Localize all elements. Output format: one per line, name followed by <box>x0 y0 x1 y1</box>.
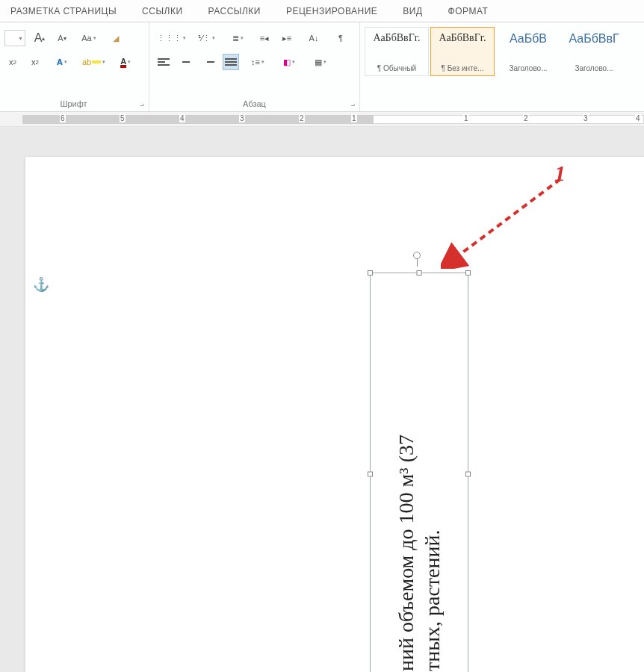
ruler-tick: 5 <box>120 114 126 122</box>
multilevel-icon: ≣ <box>232 34 239 43</box>
style-preview: АаБбВвГ <box>569 32 619 46</box>
numbering-button[interactable]: ⅟⋮▾ <box>193 30 219 46</box>
tab-mailings[interactable]: РАССЫЛКИ <box>205 1 264 21</box>
anchor-icon: ⚓ <box>33 276 49 293</box>
decrease-font-button[interactable]: A▾ <box>54 30 70 46</box>
change-case-button[interactable]: Aa▾ <box>76 30 102 46</box>
ruler-tick: 2 <box>523 114 529 122</box>
font-size-box[interactable]: ▼ <box>4 30 25 46</box>
annotation-number: 1 <box>554 161 566 186</box>
indent-icon: ▸≡ <box>282 34 291 43</box>
align-justify-button[interactable] <box>223 54 239 70</box>
document-area: ⚓ ний объемом до 100 м³ (37 тных, растен… <box>0 127 644 672</box>
sort-button[interactable]: A↓ <box>301 30 326 46</box>
textbox-line: тных, растений. <box>419 529 445 671</box>
bullets-icon: ⋮⋮⋮ <box>157 34 182 43</box>
textbox[interactable]: ний объемом до 100 м³ (37 тных, растений… <box>370 273 468 672</box>
tab-review[interactable]: РЕЦЕНЗИРОВАНИЕ <box>283 1 380 21</box>
horizontal-ruler[interactable]: 6 5 4 3 2 1 1 2 3 4 <box>0 112 644 127</box>
multilevel-button[interactable]: ≣▾ <box>225 30 250 46</box>
textbox-line: ний объемом до 100 м³ (37 <box>393 435 419 671</box>
bullets-button[interactable]: ⋮⋮⋮▾ <box>155 30 188 46</box>
style-preview: АаБбВ <box>510 32 547 46</box>
ruler-tick: 3 <box>239 114 245 122</box>
clear-formatting-button[interactable]: ◢ <box>108 30 124 46</box>
line-spacing-button[interactable]: ↕≡▾ <box>245 54 270 70</box>
group-label-font[interactable]: Шрифт <box>4 99 143 110</box>
shading-button[interactable]: ◧▾ <box>276 54 302 70</box>
style-name: ¶ Без инте... <box>433 64 492 72</box>
ribbon: ▼ A▴ A▾ Aa▾ ◢ x2 x2 A▾ ab▾ A▾ Шрифт ⋮⋮⋮▾… <box>0 22 644 112</box>
sort-icon: A↓ <box>309 34 319 43</box>
increase-font-button[interactable]: A▴ <box>31 30 48 46</box>
style-preview: АаБбВвГг. <box>439 32 486 44</box>
group-styles: АаБбВвГг. ¶ Обычный АаБбВвГг. ¶ Без инте… <box>360 22 644 111</box>
textbox-wrap: ний объемом до 100 м³ (37 тных, растений… <box>370 273 468 672</box>
outdent-icon: ≡◂ <box>260 34 269 43</box>
style-no-spacing[interactable]: АаБбВвГг. ¶ Без инте... <box>430 27 495 76</box>
ribbon-tabs: РАЗМЕТКА СТРАНИЦЫ ССЫЛКИ РАССЫЛКИ РЕЦЕНЗ… <box>0 0 644 22</box>
borders-icon: ▦ <box>315 57 322 67</box>
decrease-indent-button[interactable]: ≡◂ <box>256 30 273 46</box>
style-normal[interactable]: АаБбВвГг. ¶ Обычный <box>365 27 429 76</box>
ruler-tick: 4 <box>179 114 185 122</box>
ruler-tick: 1 <box>351 114 357 122</box>
style-heading1[interactable]: АаБбВ Заголово... <box>496 27 560 76</box>
style-preview: АаБбВвГг. <box>373 32 420 44</box>
group-paragraph: ⋮⋮⋮▾ ⅟⋮▾ ≣▾ ≡◂ ▸≡ A↓ ¶ ↕≡▾ ◧▾ ▦▾ Абзац <box>149 22 360 111</box>
eraser-icon: ◢ <box>113 34 119 43</box>
shading-icon: ◧ <box>283 57 291 67</box>
align-right-icon <box>202 58 214 66</box>
style-name: ¶ Обычный <box>367 64 427 72</box>
borders-button[interactable]: ▦▾ <box>308 54 333 70</box>
font-color-button[interactable]: A▾ <box>113 54 138 70</box>
ruler-tick: 3 <box>583 114 589 122</box>
superscript-button[interactable]: x2 <box>27 54 43 70</box>
highlight-button[interactable]: ab▾ <box>81 54 107 70</box>
text-effects-button[interactable]: A▾ <box>49 54 75 70</box>
tab-view[interactable]: ВИД <box>400 1 425 21</box>
tab-format[interactable]: ФОРМАТ <box>445 1 492 21</box>
align-justify-icon <box>225 58 237 66</box>
ruler-tick: 4 <box>635 114 641 122</box>
align-center-icon <box>180 58 192 66</box>
align-left-button[interactable] <box>155 54 172 70</box>
highlight-icon: ab <box>82 57 91 66</box>
rotate-icon <box>413 252 421 259</box>
style-heading2[interactable]: АаБбВвГ Заголово... <box>562 27 626 76</box>
tab-references[interactable]: ССЫЛКИ <box>139 1 185 21</box>
ruler-tick: 6 <box>60 114 66 122</box>
page[interactable] <box>25 157 644 672</box>
align-left-icon <box>158 58 170 66</box>
group-label-paragraph[interactable]: Абзац <box>155 99 353 110</box>
style-name: Заголово... <box>498 64 558 72</box>
group-font: ▼ A▴ A▾ Aa▾ ◢ x2 x2 A▾ ab▾ A▾ Шрифт <box>0 22 149 111</box>
numbering-icon: ⅟⋮ <box>198 34 211 43</box>
rotate-handle[interactable] <box>412 252 422 259</box>
tab-page-layout[interactable]: РАЗМЕТКА СТРАНИЦЫ <box>7 1 120 21</box>
ruler-tick: 1 <box>463 114 469 122</box>
align-right-button[interactable] <box>200 54 217 70</box>
show-marks-button[interactable]: ¶ <box>332 30 349 46</box>
pilcrow-icon: ¶ <box>338 34 343 43</box>
line-spacing-icon: ↕≡ <box>251 57 260 66</box>
style-name: Заголово... <box>564 64 624 72</box>
increase-indent-button[interactable]: ▸≡ <box>279 30 295 46</box>
textbox-content[interactable]: ний объемом до 100 м³ (37 тных, растений… <box>370 273 468 672</box>
ruler-tick: 2 <box>299 114 305 122</box>
align-center-button[interactable] <box>178 54 194 70</box>
subscript-button[interactable]: x2 <box>4 54 21 70</box>
